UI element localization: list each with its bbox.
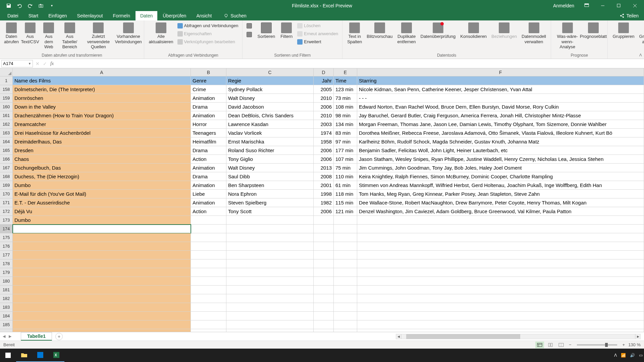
cell[interactable] [334,251,357,259]
cell[interactable] [226,216,314,225]
get-data-button[interactable]: Daten abrufen [3,22,20,45]
cell[interactable] [13,329,191,332]
cell[interactable] [334,259,357,268]
advanced-filter-button[interactable]: Erweitert [296,38,339,46]
cell[interactable] [334,320,357,329]
cell[interactable]: 2001 [314,181,334,190]
cell[interactable]: Liebe [191,190,226,198]
clear-filter-button[interactable]: Löschen [296,22,339,30]
cell[interactable] [334,225,357,233]
cell[interactable] [13,259,191,268]
cell[interactable] [314,277,334,286]
row-header[interactable]: 179 [0,268,13,277]
add-sheet-button[interactable]: + [55,333,63,340]
cell[interactable] [13,294,191,303]
cell[interactable]: Dorothea Meißner, Rebecca Freese, Jarosl… [357,129,644,137]
undo-icon[interactable] [15,1,24,10]
row-header[interactable]: 168 [0,172,13,181]
cell[interactable]: Jay Baruchel, Gerard Butler, Craig Fergu… [357,111,644,120]
cell[interactable]: Teenagers [191,129,226,137]
flash-fill-button[interactable]: Blitzvorschau [365,22,394,40]
cell[interactable] [191,286,226,294]
zoom-level[interactable]: 130 % [628,342,641,347]
cell[interactable]: Dresden [13,146,191,155]
row-header[interactable]: 185 [0,320,13,329]
cell[interactable] [191,233,226,242]
cell[interactable] [191,268,226,277]
row-header[interactable]: 1 [0,76,13,85]
cell[interactable]: 83 min [334,129,357,137]
row-header[interactable]: 164 [0,137,13,146]
cell[interactable] [13,242,191,251]
row-header[interactable]: 159 [0,94,13,103]
cell[interactable]: Animation [191,181,226,190]
qat-customize-icon[interactable]: ▾ [47,1,56,10]
cell[interactable]: Keira Knightley, Ralph Fiennes, Simon Mc… [357,172,644,181]
cell[interactable] [357,225,644,233]
forecast-button[interactable]: Prognoseblatt [582,22,605,40]
row-header[interactable]: 169 [0,181,13,190]
tell-me-search[interactable]: Suchen [217,11,246,20]
text-to-columns-button[interactable]: Text in Spalten [345,22,364,45]
cell[interactable] [13,320,191,329]
cell[interactable] [334,277,357,286]
cell[interactable] [314,329,334,332]
sort-asc-button[interactable] [245,22,255,30]
row-header[interactable]: 162 [0,120,13,129]
cell[interactable] [314,225,334,233]
column-header[interactable]: B [191,68,226,76]
cell[interactable] [334,303,357,312]
row-header[interactable]: 165 [0,146,13,155]
cell[interactable]: Roland Suso Richter [226,146,314,155]
cell[interactable]: - - - [357,94,644,103]
cell[interactable]: 2006 [314,207,334,216]
camera-icon[interactable] [36,1,46,10]
cell[interactable]: Edward Norton, Evan Rachel Wood, Bruce D… [357,103,644,111]
cell[interactable]: 134 min [334,120,357,129]
cell[interactable] [314,251,334,259]
cell[interactable]: 108 min [334,103,357,111]
cell[interactable] [226,242,314,251]
row-header[interactable]: 176 [0,242,13,251]
cell[interactable]: 107 min [334,155,357,164]
from-text-button[interactable]: Aus Text/CSV [21,22,39,45]
cell[interactable]: Morgan Freeman, Thomas Jane, Jason Lee, … [357,120,644,129]
cell[interactable] [191,251,226,259]
sheet-tab[interactable]: Tabelle1 [21,332,52,341]
cell[interactable]: David Jacobson [226,103,314,111]
cell[interactable]: 121 min [334,207,357,216]
column-header[interactable]: A [13,68,191,76]
header-cell[interactable]: Name des Films [13,76,191,85]
cell[interactable]: Déjà Vu [13,207,191,216]
close-icon[interactable] [627,0,643,11]
cell[interactable] [357,277,644,286]
from-web-button[interactable]: Aus dem Web [40,22,58,50]
cell[interactable] [13,225,191,233]
cell[interactable]: Nicole Kidman, Sean Penn, Catherine Keen… [357,85,644,94]
tray-network-icon[interactable]: 📶 [621,353,626,358]
cell[interactable]: Walt Disney [226,94,314,103]
accept-formula-icon[interactable]: ✓ [43,61,47,66]
cell[interactable]: 98 min [334,111,357,120]
cell[interactable]: Dornröschen [13,94,191,103]
row-header[interactable]: 166 [0,155,13,164]
data-model-button[interactable]: Datenmodell verwalten [520,22,548,45]
cell[interactable]: Dolmetscherin, Die (The Interpreter) [13,85,191,94]
cell[interactable] [357,259,644,268]
cell[interactable]: Crime [191,85,226,94]
cell[interactable]: Lawrence Kasdan [226,120,314,129]
recent-sources-button[interactable]: Zuletzt verwendete Quellen [82,22,115,50]
cell[interactable] [226,294,314,303]
header-cell[interactable]: Time [334,76,357,85]
cell[interactable]: 2008 [314,172,334,181]
cell[interactable] [314,268,334,277]
cell[interactable]: 118 min [334,190,357,198]
tab-einfuegen[interactable]: Einfügen [44,11,71,20]
row-header[interactable]: 167 [0,164,13,172]
cell[interactable] [191,303,226,312]
cell[interactable]: Dreamcatcher [13,120,191,129]
row-header[interactable]: 158 [0,85,13,94]
cell[interactable] [191,216,226,225]
sort-desc-button[interactable] [245,31,255,39]
row-header[interactable]: 160 [0,103,13,111]
